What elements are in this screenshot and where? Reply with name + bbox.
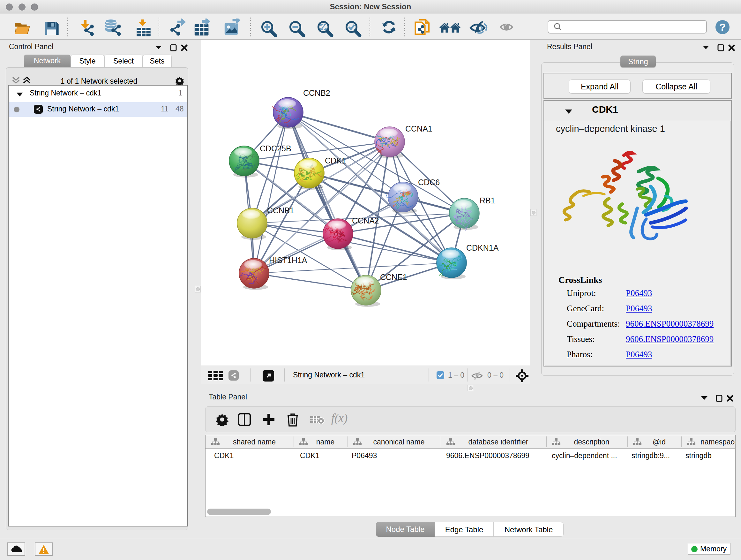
svg-text:HIST1H1A: HIST1H1A xyxy=(269,256,307,265)
svg-text:CDKN1A: CDKN1A xyxy=(466,243,499,252)
svg-text:CCNA1: CCNA1 xyxy=(405,124,432,133)
svg-text:CDC25B: CDC25B xyxy=(260,144,291,153)
svg-text:CCNB1: CCNB1 xyxy=(267,206,294,215)
svg-text:CCNA2: CCNA2 xyxy=(352,216,379,225)
svg-text:RB1: RB1 xyxy=(480,196,495,205)
svg-text:CDK1: CDK1 xyxy=(325,156,346,165)
svg-text:CDC6: CDC6 xyxy=(418,178,440,187)
svg-text:CCNB2: CCNB2 xyxy=(303,88,330,98)
svg-text:CCNE1: CCNE1 xyxy=(380,273,407,282)
